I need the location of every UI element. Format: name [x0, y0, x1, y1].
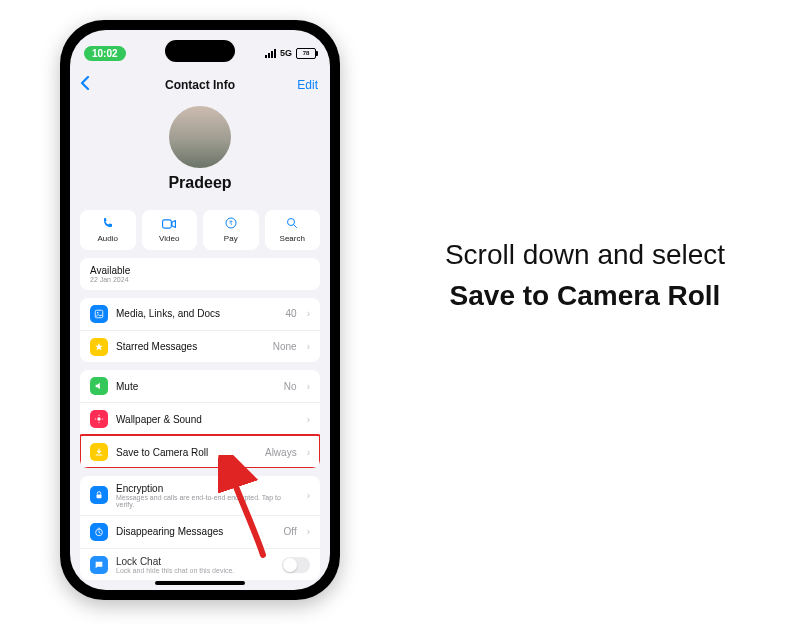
disappearing-label: Disappearing Messages [116, 526, 276, 537]
chevron-right-icon: › [307, 381, 310, 392]
video-icon [162, 218, 176, 232]
status-card[interactable]: Available 22 Jan 2024 [80, 258, 320, 290]
battery-icon: 78 [296, 48, 316, 59]
encryption-row[interactable]: Encryption Messages and calls are end-to… [80, 476, 320, 515]
media-links-docs-row[interactable]: Media, Links, and Docs 40 › [80, 298, 320, 330]
search-label: Search [280, 234, 305, 243]
timer-icon [90, 523, 108, 541]
encryption-sub: Messages and calls are end-to-end encryp… [116, 494, 299, 508]
pay-button[interactable]: ₹ Pay [203, 210, 259, 250]
settings-scroll[interactable]: Available 22 Jan 2024 Media, Links, and … [80, 258, 320, 580]
back-button[interactable] [80, 76, 90, 94]
status-date: 22 Jan 2024 [90, 276, 130, 283]
home-indicator[interactable] [155, 581, 245, 585]
dynamic-island [165, 40, 235, 62]
lock-chat-toggle[interactable] [282, 557, 310, 573]
audio-button[interactable]: Audio [80, 210, 136, 250]
svg-rect-12 [97, 495, 102, 499]
avatar[interactable] [169, 106, 231, 168]
save-label: Save to Camera Roll [116, 447, 257, 458]
phone-frame: 10:02 5G 78 Contact Info Edit [60, 20, 340, 600]
mute-label: Mute [116, 381, 276, 392]
encryption-label: Encryption [116, 483, 299, 494]
lock-icon [90, 486, 108, 504]
wallpaper-icon [90, 410, 108, 428]
chevron-left-icon [80, 76, 90, 90]
save-to-camera-roll-row[interactable]: Save to Camera Roll Always › [80, 435, 320, 467]
svg-text:₹: ₹ [229, 220, 233, 226]
instruction-bold: Save to Camera Roll [450, 280, 721, 311]
chevron-right-icon: › [307, 447, 310, 458]
starred-value: None [273, 341, 297, 352]
chevron-right-icon: › [307, 526, 310, 537]
chevron-right-icon: › [307, 341, 310, 352]
instruction-pre: Scroll down and select [445, 239, 725, 270]
video-button[interactable]: Video [142, 210, 198, 250]
save-value: Always [265, 447, 297, 458]
status-time: 10:02 [84, 46, 126, 61]
photos-icon [90, 305, 108, 323]
chevron-right-icon: › [307, 490, 310, 501]
wallpaper-sound-row[interactable]: Wallpaper & Sound › [80, 402, 320, 435]
speaker-icon [90, 377, 108, 395]
network-label: 5G [280, 48, 292, 58]
lockchat-sub: Lock and hide this chat on this device. [116, 567, 274, 574]
lockchat-label: Lock Chat [116, 556, 274, 567]
lock-chat-row[interactable]: Lock Chat Lock and hide this chat on thi… [80, 548, 320, 580]
svg-line-4 [294, 225, 297, 228]
starred-messages-row[interactable]: Starred Messages None › [80, 330, 320, 363]
starred-label: Starred Messages [116, 341, 265, 352]
action-row: Audio Video ₹ Pay [80, 210, 320, 250]
disappearing-value: Off [284, 526, 297, 537]
profile-section: Pradeep [70, 106, 330, 192]
phone-screen: 10:02 5G 78 Contact Info Edit [70, 30, 330, 590]
chat-lock-icon [90, 556, 108, 574]
pay-label: Pay [224, 234, 238, 243]
status-title: Available [90, 265, 130, 276]
chevron-right-icon: › [307, 414, 310, 425]
mute-value: No [284, 381, 297, 392]
search-button[interactable]: Search [265, 210, 321, 250]
signal-icon [265, 49, 276, 58]
download-icon [90, 443, 108, 461]
search-icon [286, 217, 298, 232]
edit-button[interactable]: Edit [297, 78, 318, 92]
svg-rect-0 [163, 219, 172, 227]
chevron-right-icon: › [307, 308, 310, 319]
disappearing-messages-row[interactable]: Disappearing Messages Off › [80, 515, 320, 548]
svg-point-7 [97, 418, 100, 421]
video-label: Video [159, 234, 179, 243]
media-label: Media, Links, and Docs [116, 308, 278, 319]
navbar: Contact Info Edit [70, 70, 330, 100]
mute-row[interactable]: Mute No › [80, 370, 320, 402]
pay-icon: ₹ [225, 217, 237, 232]
audio-label: Audio [98, 234, 118, 243]
wallpaper-label: Wallpaper & Sound [116, 414, 299, 425]
contact-name: Pradeep [70, 174, 330, 192]
star-icon [90, 338, 108, 356]
instruction-text: Scroll down and select Save to Camera Ro… [430, 235, 740, 316]
media-count: 40 [286, 308, 297, 319]
phone-icon [102, 217, 114, 232]
page-title: Contact Info [165, 78, 235, 92]
svg-point-6 [97, 312, 99, 314]
